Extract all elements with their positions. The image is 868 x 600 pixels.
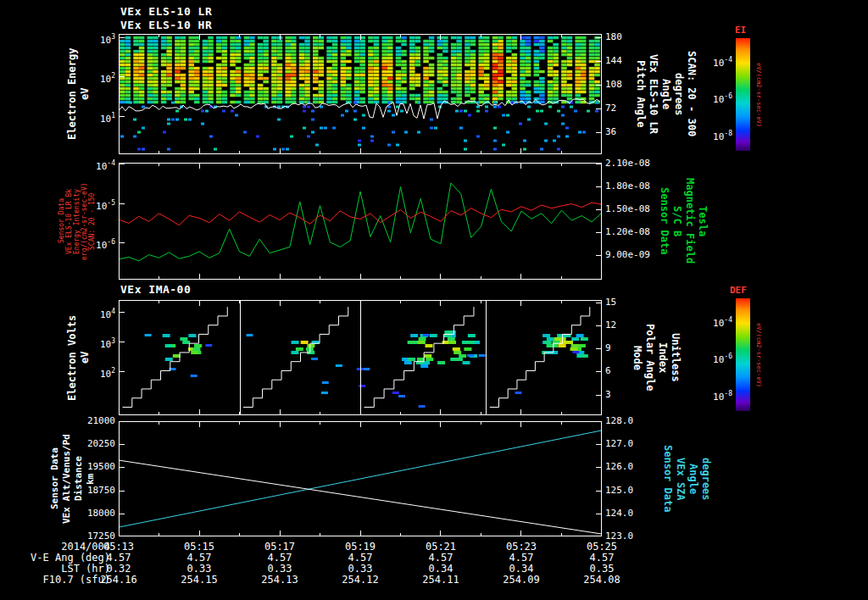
footer-value: 4.57 (250, 552, 309, 564)
y-tick-label: 103 (78, 336, 115, 351)
y-tick-label: 18750 (78, 485, 115, 497)
y-tick-label: 10-6 (78, 236, 115, 252)
y-tick-label: 108 (605, 79, 661, 91)
y-tick-label: 21000 (78, 415, 115, 427)
footer-value: 0.34 (492, 563, 551, 575)
colorbar-tick-label: 10-8 (695, 128, 732, 143)
y-tick-label: 124.0 (605, 508, 661, 519)
y-tick-label: 103 (78, 31, 115, 47)
colorbar-def-title: DEF (730, 285, 747, 296)
colorbar-tick-label: 10-6 (695, 351, 732, 366)
footer-value: 0.33 (331, 563, 390, 575)
colorbar-tick-label: 10-4 (695, 314, 732, 330)
y-tick-label: 144 (605, 55, 661, 67)
panel2-y-axis-title: Sensor DataVEx ELS-10 LR BkEnergy Intens… (58, 163, 98, 280)
y-tick-label: 20250 (78, 438, 115, 450)
y-tick-label: 9.00e-09 (605, 249, 661, 261)
x-tick-label: 05:15 (174, 541, 225, 553)
footer-value: 254.09 (492, 574, 551, 586)
footer-value: 0.35 (572, 563, 632, 575)
panel3-title: VEx IMA-00 (120, 283, 191, 296)
footer-value: 254.08 (572, 574, 632, 586)
colorbar-ei-title: EI (735, 25, 746, 36)
colorbar-tick-label: 10-4 (695, 54, 732, 69)
y-tick-label: 10-5 (78, 197, 115, 213)
panel1-y-axis-title: Electron EnergyeV (66, 34, 95, 154)
y-tick-label: 126.0 (605, 461, 661, 473)
y-tick-label: 127.0 (605, 438, 661, 450)
y-tick-label: 19500 (78, 461, 115, 473)
x-tick-label: 05:25 (576, 541, 627, 553)
y-tick-label: 36 (605, 126, 661, 138)
footer-value: 4.57 (170, 552, 229, 564)
panel3-ima-spectrogram-canvas (119, 300, 602, 415)
colorbar-def-unit-label: eV/(cm2-sr-sec-eV) (754, 298, 762, 411)
footer-value: 0.32 (89, 563, 148, 575)
footer-value: 254.15 (170, 574, 229, 586)
y-tick-label: 104 (78, 306, 115, 321)
x-tick-label: 05:23 (496, 541, 547, 553)
colorbar-def (736, 298, 750, 411)
footer-value: 4.57 (331, 552, 390, 564)
y-tick-label: 10-4 (78, 158, 115, 173)
vex-orbit-summary-plot: VEx ELS-10 LR VEx ELS-10 HR VEx IMA-00 E… (0, 0, 868, 600)
y-tick-label: 102 (78, 70, 115, 86)
y-tick-label: 18000 (78, 508, 115, 519)
y-tick-label: 1.80e-08 (605, 181, 661, 192)
footer-value: 4.57 (572, 552, 632, 564)
footer-value: 254.11 (411, 574, 470, 586)
y-tick-label: 180 (605, 31, 661, 43)
colorbar-tick-label: 10-6 (695, 91, 732, 106)
footer-value: 254.12 (331, 574, 390, 586)
y-tick-label: 102 (78, 365, 115, 381)
x-tick-label: 05:21 (415, 541, 466, 553)
panel2-right-axis-title: Sensor DataS/C BMagnetic FieldTesla (658, 163, 709, 280)
date-label: 2014/004 (32, 541, 110, 553)
y-tick-label: 2.10e-08 (605, 158, 661, 169)
y-tick-label: 1.50e-08 (605, 203, 661, 215)
footer-value: 4.57 (411, 552, 470, 564)
footer-value: 254.16 (89, 574, 148, 586)
y-tick-label: 12 (605, 319, 661, 331)
x-tick-label: 05:19 (335, 541, 386, 553)
y-tick-label: 1.20e-08 (605, 226, 661, 238)
colorbar-tick-label: 10-8 (695, 388, 732, 403)
y-tick-label: 72 (605, 103, 661, 114)
y-tick-label: 6 (605, 365, 661, 377)
footer-value: 0.34 (411, 563, 470, 575)
panel2-intensity-bfield-canvas (119, 163, 602, 280)
y-tick-label: 101 (78, 110, 115, 125)
panel4-right-axis-title: Sensor DataVEx SZAAngledegrees (661, 421, 712, 536)
y-tick-label: 15 (605, 297, 661, 308)
panel1-electron-spectrogram-canvas (119, 34, 602, 154)
panel1-title-lr: VEx ELS-10 LR (120, 5, 212, 18)
footer-value: 254.13 (250, 574, 309, 586)
y-tick-label: 128.0 (605, 415, 661, 427)
panel4-altitude-sza-canvas (119, 421, 602, 536)
footer-value: 4.57 (492, 552, 551, 564)
x-tick-label: 05:17 (254, 541, 305, 553)
footer-value: 4.57 (89, 552, 148, 564)
colorbar-ei-unit-label: eV/(cm2-sr-sec-eV) (754, 38, 762, 151)
y-tick-label: 125.0 (605, 485, 661, 497)
colorbar-ei (736, 38, 750, 151)
footer-value: 0.33 (250, 563, 309, 575)
panel1-title-hr: VEx ELS-10 HR (120, 19, 212, 31)
footer-value: 0.33 (170, 563, 229, 575)
y-tick-label: 3 (605, 389, 661, 401)
y-tick-label: 9 (605, 342, 661, 354)
